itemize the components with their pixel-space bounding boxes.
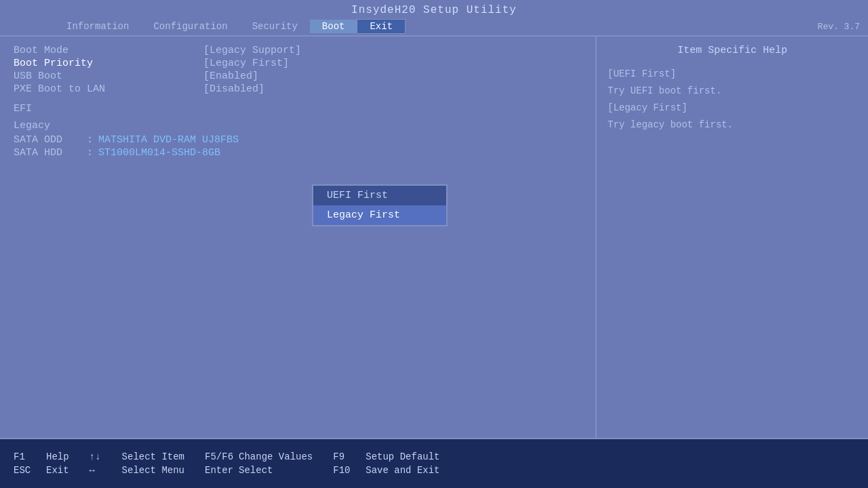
help-title: Item Specific Help bbox=[608, 45, 857, 56]
sata-hdd-sep: : bbox=[87, 147, 93, 159]
key-leftright: ↔ bbox=[90, 465, 117, 476]
boot-priority-label: Boot Priority bbox=[14, 58, 203, 69]
main-content: Boot Mode [Legacy Support] Boot Priority… bbox=[0, 35, 868, 439]
key-row-f1: F1 Help bbox=[14, 451, 69, 462]
key-group-f1-esc: F1 Help ESC Exit bbox=[14, 451, 69, 476]
sata-hdd-value: ST1000LM014-SSHD-8GB bbox=[98, 147, 220, 159]
key-row-enter: Enter Select bbox=[205, 465, 273, 476]
key-group-arrows: ↑↓ Select Item ↔ Select Menu bbox=[90, 451, 184, 476]
sata-odd-sep: : bbox=[87, 134, 93, 146]
boot-mode-row: Boot Mode [Legacy Support] bbox=[14, 45, 582, 56]
help-line-0: [UEFI First] bbox=[608, 67, 857, 81]
legacy-section-header: Legacy bbox=[14, 120, 582, 131]
menu-information[interactable]: Information bbox=[54, 20, 141, 33]
pxe-boot-row[interactable]: PXE Boot to LAN [Disabled] bbox=[14, 83, 582, 95]
desc-save-exit: Save and Exit bbox=[366, 465, 439, 476]
title-bar: InsydeH20 Setup Utility bbox=[0, 0, 868, 18]
menu-security[interactable]: Security bbox=[240, 20, 310, 33]
desc-select: Select bbox=[239, 465, 273, 476]
status-bar: F1 Help ESC Exit ↑↓ Select Item ↔ Select… bbox=[0, 439, 868, 488]
menu-exit[interactable]: Exit bbox=[357, 19, 406, 34]
help-line-1: Try UEFI boot first. bbox=[608, 84, 857, 98]
key-row-updown: ↑↓ Select Item bbox=[90, 451, 184, 462]
boot-mode-label: Boot Mode bbox=[14, 45, 203, 56]
menu-configuration[interactable]: Configuration bbox=[141, 20, 239, 33]
key-row-f9: F9 Setup Default bbox=[333, 451, 439, 462]
key-f9: F9 bbox=[333, 451, 360, 462]
key-f10: F10 bbox=[333, 465, 360, 476]
desc-select-menu: Select Menu bbox=[122, 465, 184, 476]
key-updown: ↑↓ bbox=[90, 451, 117, 462]
boot-priority-row[interactable]: Boot Priority [Legacy First] bbox=[14, 58, 582, 69]
sata-hdd-row: SATA HDD : ST1000LM014-SSHD-8GB bbox=[14, 147, 582, 159]
usb-boot-label: USB Boot bbox=[14, 70, 203, 82]
key-esc: ESC bbox=[14, 465, 41, 476]
usb-boot-value: [Enabled] bbox=[203, 70, 258, 82]
key-row-f10: F10 Save and Exit bbox=[333, 465, 439, 476]
pxe-boot-label: PXE Boot to LAN bbox=[14, 83, 203, 95]
desc-select-item: Select Item bbox=[122, 451, 184, 462]
key-group-f5f6-enter: F5/F6 Change Values Enter Select bbox=[205, 451, 313, 476]
help-line-2: [Legacy First] bbox=[608, 101, 857, 115]
left-panel: Boot Mode [Legacy Support] Boot Priority… bbox=[0, 37, 597, 438]
boot-priority-value: [Legacy First] bbox=[203, 58, 289, 69]
desc-help: Help bbox=[46, 451, 69, 462]
menu-bar: Information Configuration Security Boot … bbox=[0, 18, 868, 35]
key-f1: F1 bbox=[14, 451, 41, 462]
sata-odd-row: SATA ODD : MATSHITA DVD-RAM UJ8FBS bbox=[14, 134, 582, 146]
menu-boot[interactable]: Boot bbox=[310, 20, 357, 33]
key-row-f5f6: F5/F6 Change Values bbox=[205, 451, 313, 462]
key-enter: Enter bbox=[205, 465, 233, 476]
desc-exit: Exit bbox=[46, 465, 69, 476]
desc-setup-default: Setup Default bbox=[366, 451, 439, 462]
key-row-leftright: ↔ Select Menu bbox=[90, 465, 184, 476]
dropdown-popup: UEFI First Legacy First bbox=[312, 184, 448, 226]
boot-mode-value: [Legacy Support] bbox=[203, 45, 301, 56]
revision-label: Rev. 3.7 bbox=[818, 22, 860, 32]
app-title: InsydeH20 Setup Utility bbox=[351, 4, 517, 16]
key-row-esc: ESC Exit bbox=[14, 465, 69, 476]
efi-section-header: EFI bbox=[14, 103, 582, 115]
key-f5f6: F5/F6 bbox=[205, 451, 233, 462]
sata-odd-value: MATSHITA DVD-RAM UJ8FBS bbox=[98, 134, 239, 146]
pxe-boot-value: [Disabled] bbox=[203, 83, 264, 95]
sata-hdd-label: SATA HDD bbox=[14, 147, 81, 159]
desc-change-values: Change Values bbox=[239, 451, 313, 462]
sata-odd-label: SATA ODD bbox=[14, 134, 81, 146]
right-panel: Item Specific Help [UEFI First] Try UEFI… bbox=[597, 37, 868, 438]
dropdown-uefi-first[interactable]: UEFI First bbox=[313, 186, 446, 205]
key-group-f9f10: F9 Setup Default F10 Save and Exit bbox=[333, 451, 439, 476]
dropdown-legacy-first[interactable]: Legacy First bbox=[313, 205, 446, 225]
usb-boot-row[interactable]: USB Boot [Enabled] bbox=[14, 70, 582, 82]
help-line-3: Try legacy boot first. bbox=[608, 118, 857, 132]
